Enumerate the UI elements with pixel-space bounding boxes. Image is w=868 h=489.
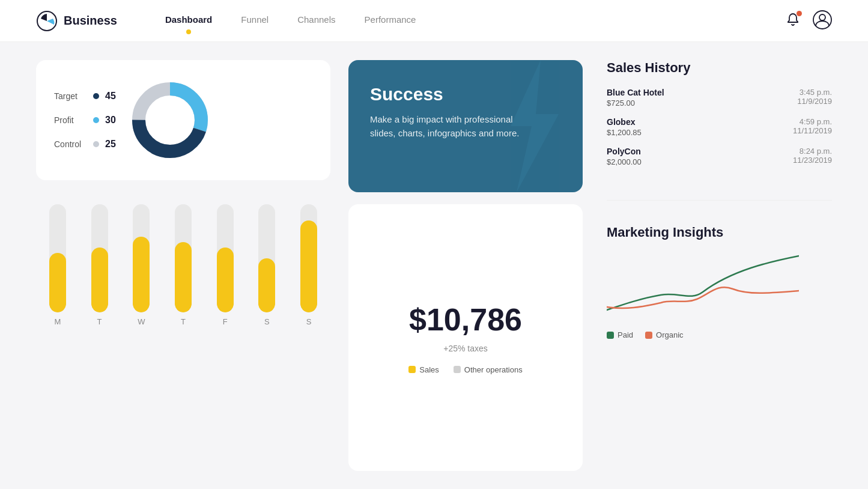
header-icons: [785, 10, 832, 32]
notification-badge: [797, 11, 802, 16]
bar-labels: MTWTFSS: [36, 312, 330, 326]
user-profile-button[interactable]: [813, 10, 832, 32]
bar-day-label: T: [168, 317, 199, 326]
notifications-button[interactable]: [785, 12, 801, 30]
sales-row: PolyCon$2,000.008:24 p.m.11/23/2019: [607, 147, 832, 166]
marketing-chart: [607, 250, 799, 322]
sales-history-section: Sales History Blue Cat Hotel$725.003:45 …: [607, 60, 832, 176]
sales-row: Globex$1,200.854:59 p.m.11/11/2019: [607, 117, 832, 137]
bar-fill: [133, 237, 150, 312]
revenue-legend-sales: Sales: [408, 365, 439, 374]
sales-entry-amount: $725.00: [607, 99, 664, 108]
bar-group-W: [126, 204, 157, 312]
svg-point-2: [819, 14, 825, 20]
bar-group-F: [210, 204, 241, 312]
other-dot: [454, 366, 461, 373]
hero-description: Make a big impact with professional slid…: [370, 113, 538, 140]
legend-target-label: Target: [54, 91, 87, 101]
bar-track: [258, 204, 275, 312]
bar-fill: [258, 258, 275, 312]
legend-profit-dot: [93, 117, 99, 123]
nav-dashboard[interactable]: Dashboard: [165, 14, 212, 27]
sales-entry-time: 3:45 p.m.: [797, 88, 832, 97]
legend-profit-label: Profit: [54, 115, 87, 125]
sales-entry-name: PolyCon: [607, 147, 642, 156]
logo-text: Business: [64, 14, 117, 28]
legend-control: Control 25: [54, 139, 116, 150]
bar-track: [300, 204, 317, 312]
sales-entry-right: 8:24 p.m.11/23/2019: [793, 147, 832, 165]
bar-day-label: W: [126, 317, 157, 326]
legend-target-dot: [93, 93, 99, 99]
sales-entry-right: 4:59 p.m.11/11/2019: [793, 117, 832, 135]
sales-history-title: Sales History: [607, 60, 832, 76]
revenue-subtitle: +25% taxes: [443, 344, 488, 353]
svg-point-1: [813, 11, 831, 29]
svg-point-6: [146, 96, 194, 144]
paid-dot: [607, 332, 614, 339]
sales-entry-date: 11/9/2019: [797, 97, 832, 106]
sales-entry-date: 11/23/2019: [793, 156, 832, 165]
bar-group-T: [84, 204, 115, 312]
bar-track: [91, 204, 108, 312]
user-avatar-icon: [813, 10, 832, 29]
main-content: Target 45 Profit 30 Control 25: [0, 42, 868, 489]
legend-control-label: Control: [54, 139, 87, 149]
organic-label: Organic: [656, 330, 684, 339]
bar-day-label: S: [293, 317, 324, 326]
bar-chart-card: MTWTFSS: [36, 192, 330, 471]
legend-target: Target 45: [54, 91, 116, 102]
sales-rows: Blue Cat Hotel$725.003:45 p.m.11/9/2019G…: [607, 88, 832, 166]
donut-legend: Target 45 Profit 30 Control 25: [54, 91, 116, 150]
sales-entry-left: Blue Cat Hotel$725.00: [607, 88, 664, 108]
sales-entry-right: 3:45 p.m.11/9/2019: [797, 88, 832, 106]
bar-day-label: T: [84, 317, 115, 326]
bar-group-S: [293, 204, 324, 312]
bar-day-label: F: [210, 317, 241, 326]
organic-legend: Organic: [645, 330, 684, 339]
bar-fill: [217, 248, 234, 312]
bar-track: [133, 204, 150, 312]
legend-control-dot: [93, 141, 99, 147]
revenue-card: $10,786 +25% taxes Sales Other operation…: [348, 204, 583, 471]
main-nav: Dashboard Funnel Channels Performance: [165, 14, 785, 27]
legend-control-value: 25: [105, 139, 116, 150]
donut-card: Target 45 Profit 30 Control 25: [36, 60, 330, 180]
nav-channels[interactable]: Channels: [297, 14, 335, 27]
legend-profit-value: 30: [105, 115, 116, 126]
section-divider: [607, 200, 832, 201]
sales-entry-time: 4:59 p.m.: [793, 117, 832, 126]
revenue-legend-other: Other operations: [454, 365, 523, 374]
chart-legend: Paid Organic: [607, 330, 832, 339]
donut-chart: [128, 78, 212, 162]
right-column: Sales History Blue Cat Hotel$725.003:45 …: [589, 60, 832, 471]
other-label: Other operations: [464, 365, 523, 374]
sales-entry-name: Globex: [607, 117, 642, 127]
sales-entry-time: 8:24 p.m.: [793, 147, 832, 156]
bar-day-label: M: [42, 317, 73, 326]
revenue-legend: Sales Other operations: [408, 365, 522, 374]
sales-entry-amount: $2,000.00: [607, 157, 642, 166]
bar-fill: [49, 253, 66, 312]
sales-dot: [408, 366, 416, 373]
paid-label: Paid: [618, 330, 633, 339]
sales-entry-amount: $1,200.85: [607, 128, 642, 137]
nav-performance[interactable]: Performance: [365, 14, 416, 27]
bar-fill: [175, 242, 192, 312]
nav-active-dot: [186, 29, 191, 34]
middle-column: Success Make a big impact with professio…: [342, 60, 589, 471]
marketing-insights-section: Marketing Insights Paid Organic: [607, 225, 832, 339]
marketing-insights-title: Marketing Insights: [607, 225, 832, 240]
sales-label: Sales: [419, 365, 439, 374]
sales-entry-left: Globex$1,200.85: [607, 117, 642, 137]
bar-group-S: [252, 204, 283, 312]
logo-area: Business: [36, 10, 117, 32]
sales-entry-date: 11/11/2019: [793, 126, 832, 135]
bar-group-M: [42, 204, 73, 312]
nav-funnel[interactable]: Funnel: [241, 14, 269, 27]
organic-dot: [645, 332, 652, 339]
bar-fill: [300, 220, 317, 312]
paid-legend: Paid: [607, 330, 633, 339]
legend-profit: Profit 30: [54, 115, 116, 126]
sales-entry-name: Blue Cat Hotel: [607, 88, 664, 97]
